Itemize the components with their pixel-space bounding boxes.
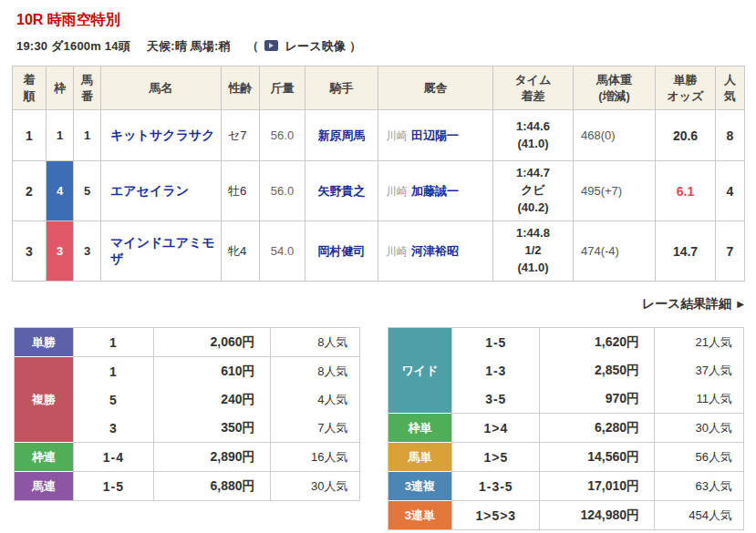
payout-popularity: 7人気	[270, 414, 359, 442]
table-row: 1 1 1 キットサクラサク セ7 56.0 新原周馬 川崎田辺陽一 1:44.…	[13, 110, 745, 161]
payout-combo: 5	[73, 385, 153, 414]
finish-position: 1	[13, 110, 47, 161]
payout-row-tansho: 単勝 1 2,060円 8人気	[15, 328, 359, 356]
col-win-odds: 単勝 オッズ	[656, 67, 716, 110]
payout-popularity: 56人気	[654, 442, 743, 471]
horse-number: 1	[74, 110, 101, 161]
bracket-badge: 4	[47, 161, 74, 221]
payout-combo: 1	[73, 328, 153, 356]
bracket-badge: 1	[47, 110, 74, 161]
col-finish: 着 順	[13, 67, 47, 110]
payout-table-left: 単勝 1 2,060円 8人気 複勝 1 610円 8人気 5 240円 4人気	[14, 327, 360, 501]
payout-amount: 6,280円	[539, 413, 654, 442]
time-margin: 1:44.8 1/2 (41.0)	[493, 221, 574, 282]
horse-number: 5	[74, 161, 101, 221]
jockey-link[interactable]: 新原周馬	[318, 128, 366, 142]
table-row: 3 3 3 マインドユアミモザ 牝4 54.0 岡村健司 川崎河津裕昭 1:44…	[13, 221, 745, 282]
time-margin: 1:44.7 クビ (40.2)	[493, 161, 574, 221]
payout-popularity: 21人気	[654, 328, 743, 356]
carried-weight: 54.0	[260, 221, 306, 282]
detail-link-row: レース結果詳細▶	[12, 295, 744, 313]
horse-name-cell: マインドユアミモザ	[101, 221, 222, 282]
payout-combo: 1>5	[451, 442, 539, 471]
payout-popularity: 30人気	[270, 471, 359, 500]
col-sex-age: 性齢	[222, 67, 260, 110]
bet-type-wakutan: 枠単	[388, 413, 452, 442]
sex-age: 牡6	[222, 161, 260, 221]
horse-weight: 468(0)	[574, 110, 656, 161]
col-horse-number: 馬 番	[74, 67, 101, 110]
popularity: 8	[716, 110, 745, 161]
race-conditions: 19:30 ダ1600m 14頭	[16, 39, 130, 53]
payout-combo: 1>5>3	[451, 500, 539, 529]
payout-amount: 17,010円	[539, 471, 654, 500]
play-icon	[269, 43, 274, 48]
bet-type-umatan: 馬単	[388, 442, 452, 471]
table-row: 2 4 5 エアセイラン 牡6 56.0 矢野貴之 川崎加藤誠一 1:44.7 …	[13, 161, 745, 221]
payout-combo: 3	[73, 414, 153, 442]
horse-weight: 495(+7)	[574, 161, 656, 221]
stable-cell: 川崎河津裕昭	[378, 221, 493, 282]
jockey-cell: 矢野貴之	[306, 161, 378, 221]
payout-amount: 240円	[153, 385, 270, 414]
payout-combo: 1	[73, 356, 153, 385]
payout-row-sanrenpuku: 3連複 1-3-5 17,010円 63人気	[388, 471, 743, 500]
horse-link[interactable]: マインドユアミモザ	[110, 235, 215, 266]
payout-popularity: 63人気	[654, 471, 743, 500]
race-info-line: 19:30 ダ1600m 14頭 天候:晴 馬場:稍 （ レース映像 ）	[16, 38, 744, 55]
payout-amount: 124,980円	[539, 500, 654, 529]
carried-weight: 56.0	[260, 161, 306, 221]
payout-combo: 1-5	[73, 471, 153, 500]
finish-position: 2	[13, 161, 47, 221]
bracket-badge: 3	[47, 221, 74, 282]
trainer-link[interactable]: 田辺陽一	[411, 128, 459, 142]
horse-name-cell: エアセイラン	[101, 161, 222, 221]
race-result-detail-link[interactable]: レース結果詳細▶	[642, 296, 744, 311]
trainer-link[interactable]: 河津裕昭	[411, 244, 459, 258]
horse-link[interactable]: キットサクラサク	[110, 128, 215, 142]
payout-row-umatan: 馬単 1>5 14,560円 56人気	[388, 442, 743, 471]
payout-amount: 2,890円	[153, 442, 270, 471]
payout-popularity: 454人気	[654, 500, 743, 529]
payout-row-sanrentan: 3連単 1>5>3 124,980円 454人気	[388, 500, 743, 529]
win-odds: 14.7	[656, 221, 716, 282]
payout-combo: 1-5	[451, 328, 539, 356]
carried-weight: 56.0	[260, 110, 306, 161]
stable-area-label: 川崎	[386, 245, 408, 258]
detail-link-label: レース結果詳細	[642, 296, 732, 311]
bet-type-wakuren: 枠連	[15, 442, 73, 471]
payout-popularity: 16人気	[270, 442, 359, 471]
jockey-link[interactable]: 矢野貴之	[318, 184, 366, 198]
bet-type-sanrentan: 3連単	[388, 500, 452, 529]
payout-row-wide: ワイド 1-5 1,620円 21人気	[388, 328, 743, 356]
popularity: 4	[716, 161, 745, 221]
win-odds: 20.6	[656, 110, 716, 161]
chevron-right-icon: ▶	[737, 299, 744, 309]
race-results-table: 着 順 枠 馬 番 馬名 性齢 斤量 騎手 厩舎 タイム 着差 馬体重 (増減)…	[12, 66, 745, 282]
payout-table-right: ワイド 1-5 1,620円 21人気 1-3 2,850円 37人気 3-5 …	[388, 327, 744, 530]
payout-popularity: 8人気	[270, 356, 359, 385]
col-stable: 厩舎	[378, 67, 493, 110]
col-horse-weight: 馬体重 (増減)	[574, 67, 656, 110]
trainer-link[interactable]: 加藤誠一	[411, 184, 459, 198]
payout-row-wakutan: 枠単 1>4 6,280円 30人気	[388, 413, 743, 442]
time-margin: 1:44.6 (41.0)	[493, 110, 574, 161]
horse-link[interactable]: エアセイラン	[110, 183, 189, 198]
payout-popularity: 8人気	[270, 328, 359, 356]
popularity: 7	[716, 221, 745, 282]
payout-row-wakuren: 枠連 1-4 2,890円 16人気	[15, 442, 359, 471]
payout-row-umaren: 馬連 1-5 6,880円 30人気	[15, 471, 359, 500]
stable-area-label: 川崎	[386, 185, 408, 198]
horse-weight: 474(-4)	[574, 221, 656, 282]
col-popularity: 人 気	[716, 67, 745, 110]
jockey-cell: 新原周馬	[306, 110, 378, 161]
race-video-link[interactable]: レース映像	[285, 39, 346, 53]
payout-popularity: 37人気	[654, 356, 743, 384]
payout-popularity: 11人気	[654, 384, 743, 413]
horse-number: 3	[74, 221, 101, 282]
jockey-link[interactable]: 岡村健司	[318, 244, 366, 258]
horse-name-cell: キットサクラサク	[101, 110, 222, 161]
results-header-row: 着 順 枠 馬 番 馬名 性齢 斤量 騎手 厩舎 タイム 着差 馬体重 (増減)…	[13, 67, 745, 110]
sex-age: セ7	[222, 110, 260, 161]
payout-row-fukusho: 複勝 1 610円 8人気	[15, 356, 359, 385]
